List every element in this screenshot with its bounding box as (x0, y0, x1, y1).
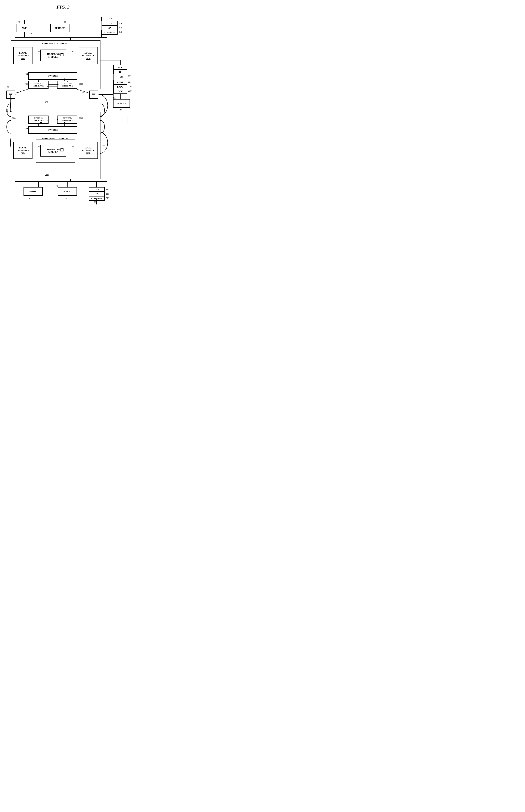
ref-30: 30 (29, 197, 31, 200)
ref-216-bot: 216 (106, 193, 109, 195)
ne-24b-label: NE (9, 93, 13, 96)
ref-218-top: 218 (119, 31, 122, 33)
ref-220: 220 (113, 96, 116, 99)
ref-24d: 24d (81, 91, 85, 94)
ref-208-top: 208 (37, 50, 41, 53)
optical-interface-right-top: OPTICAL INTERFACE (57, 81, 77, 89)
local-interface-202b-bot: LOCAL INTERFACE 202b (79, 142, 98, 159)
ip-host-bot-left-label: IP HOST (28, 190, 38, 193)
ip-host-right: IP HOST (113, 99, 130, 108)
ref-24a: 24a (45, 100, 48, 103)
ref-214-top: 214 (119, 22, 122, 25)
ne-24d-label: NE (92, 93, 96, 96)
ne-24d: NE (89, 91, 98, 99)
tunneling-module-bot: TUNNELING MODULE (41, 145, 66, 157)
ref-206b-top: 206b (79, 83, 84, 85)
ref-28: 28 (56, 185, 58, 187)
ref-20: 20 (30, 32, 32, 35)
ref-212-bot: 212 (94, 201, 97, 203)
switch-top: SWITCH (28, 72, 77, 80)
switch-top-label: SWITCH (48, 74, 58, 77)
ref-226: 226 (128, 85, 132, 88)
tunnel-port-bot (60, 149, 63, 152)
switch-bot-label: SWITCH (48, 128, 58, 131)
nms-label: NMS (22, 27, 27, 30)
tunneling-module-top: TUNNELING MODULE (41, 49, 66, 61)
eth-interface-inner-bot: TUNNELING MODULE 208 210b (36, 139, 75, 162)
ref-202a-top: 202a (17, 57, 29, 60)
ethernet-top: ETHERNET (102, 30, 118, 35)
tunnel-port-top (60, 53, 63, 56)
ne-24a-top: ETHERNET INTERFACE LOCAL INTERFACE 202a … (11, 40, 101, 89)
ref-200-bot: 200 (45, 173, 48, 175)
stack-right-protocol: TCP IP (113, 65, 127, 74)
local-interface-202a-top: LOCAL INTERFACE 202a (13, 47, 32, 64)
ref-204-top: 204 (25, 73, 28, 75)
tcp-bot: TCP (89, 187, 105, 191)
ref-202b-bot: 202b (82, 152, 94, 155)
ref-22: 22 (64, 21, 66, 23)
ref-206a-bot: 206a (12, 117, 16, 120)
local-iface-a-top-text: LOCAL INTERFACE (17, 51, 29, 57)
svg-marker-66 (101, 17, 102, 18)
opt-iface-left-top-label: OPTICAL INTERFACE (33, 82, 44, 87)
ne-24b: NE (6, 91, 15, 99)
ip-top: IP (102, 26, 118, 30)
diagram-title: FIG. 3 (0, 4, 135, 10)
ref-206b-bot: 206b (79, 117, 84, 120)
local-iface-a-bot-text: LOCAL INTERFACE (17, 146, 29, 152)
ref-216-top: 216 (119, 27, 122, 29)
ref-210a: 210a (70, 50, 74, 53)
clnp: CLNP (113, 80, 127, 84)
stack-top-right: TCP IP ETHERNET (102, 21, 118, 35)
tcp-right: TCP (113, 65, 127, 69)
opt-iface-right-top-label: OPTICAL INTERFACE (62, 82, 73, 87)
ip-host-top-label: IP HOST (55, 27, 64, 30)
ref-24c: 24c (102, 144, 105, 147)
eth-interface-inner-top: TUNNELING MODULE 208 210a (36, 44, 75, 67)
ref-208-bot: 208 (37, 145, 41, 148)
ip-bot: IP (89, 191, 105, 196)
ref-202b-top: 202b (82, 57, 94, 60)
svg-marker-64 (24, 20, 26, 21)
ref-18: 18 (18, 21, 20, 23)
ref-24b: 24b (16, 91, 19, 94)
local-interface-202a-bot: LOCAL INTERFACE 202a (13, 142, 32, 159)
ref-26: 26 (7, 85, 9, 88)
ref-214-bot: 214 (106, 188, 109, 191)
optical-interface-left-bot: OPTICAL INTERFACE (28, 115, 48, 124)
opt-iface-left-bot-label: OPTICAL INTERFACE (33, 117, 44, 122)
ref-228: 228 (128, 90, 132, 92)
ip-host-bot-right: IP HOST (58, 187, 77, 196)
ref-204-bot: 204 (25, 127, 28, 130)
ref-222: 222 (128, 75, 132, 77)
ref-218-bot: 218 (106, 197, 109, 199)
ip-right: IP (113, 69, 127, 74)
stack-right-lower: CLNP LAPD DCC (113, 80, 127, 94)
ip-host-top: IP HOST (50, 24, 70, 32)
ip-host-bot-right-label: IP HOST (63, 190, 72, 193)
optical-interface-right-bot: OPTICAL INTERFACE (57, 115, 77, 124)
ip-host-bot-left: IP HOST (24, 187, 43, 196)
tcp-top: TCP (102, 21, 118, 26)
ethernet-bot: ETHERNET (89, 196, 105, 201)
switch-bot: SWITCH (28, 126, 77, 134)
local-iface-b-bot-text: LOCAL INTERFACE (82, 146, 94, 152)
tunneling-label-top: TUNNELING MODULE (47, 53, 60, 58)
local-iface-b-top-text: LOCAL INTERFACE (82, 51, 94, 57)
dcc: DCC (113, 89, 127, 94)
svg-marker-59 (96, 203, 97, 205)
ref-32: 32 (64, 197, 67, 200)
ref-212-top: 212 (109, 18, 112, 20)
ref-206a-top: 206a (25, 83, 29, 85)
ref-40: 40 (120, 109, 122, 111)
ref-202a-bot: 202a (17, 152, 29, 155)
local-interface-202b-top: LOCAL INTERFACE 202b (79, 47, 98, 64)
tunneling-label-bot: TUNNELING MODULE (47, 148, 60, 154)
ip-host-right-label: IP HOST (117, 102, 126, 105)
opt-iface-right-bot-label: OPTICAL INTERFACE (62, 117, 73, 122)
svg-marker-43 (6, 111, 8, 113)
ne-24c: OPTICAL INTERFACE 206a OPTICAL INTERFACE… (11, 112, 101, 179)
ref-210b: 210b (70, 145, 74, 148)
ref-216-right: 216 (120, 76, 123, 78)
